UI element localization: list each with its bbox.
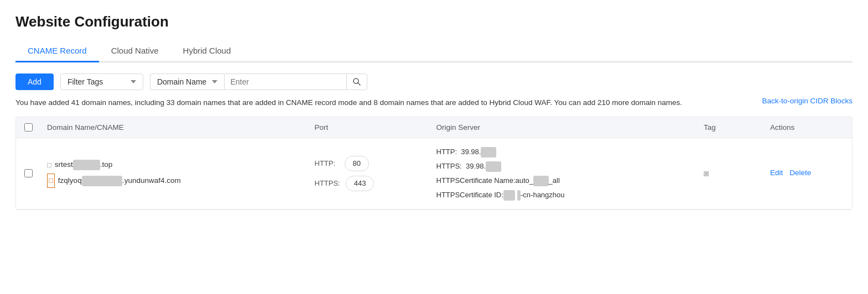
tab-hybrid-cloud[interactable]: Hybrid Cloud <box>171 40 243 62</box>
th-tag: Tag <box>697 123 763 132</box>
page-title: Website Configuration <box>15 13 853 30</box>
add-button[interactable]: Add <box>15 74 54 90</box>
tab-bar: CNAME Record Cloud Native Hybrid Cloud <box>15 40 853 62</box>
tab-cname-record[interactable]: CNAME Record <box>15 40 99 62</box>
http-port-row: HTTP: 80 <box>315 156 423 171</box>
back-to-origin-link[interactable]: Back-to-origin CIDR Blocks <box>762 97 853 105</box>
cname-blurred <box>82 176 122 186</box>
select-all-checkbox[interactable] <box>24 123 33 132</box>
search-input[interactable] <box>225 74 346 90</box>
row-tag-cell: ◙ <box>697 166 763 181</box>
https-port-label: HTTPS: <box>315 177 340 190</box>
filter-tags-label: Filter Tags <box>67 77 103 86</box>
domain-blurred <box>73 160 100 170</box>
row-checkbox[interactable] <box>24 169 33 177</box>
th-port: Port <box>308 123 430 132</box>
info-bar: You have added 41 domain names, includin… <box>15 97 853 109</box>
svg-line-1 <box>358 83 360 85</box>
domain-name-dropdown[interactable]: Domain Name <box>150 74 224 90</box>
domain-table: Domain Name/CNAME Port Origin Server Tag… <box>15 117 853 210</box>
search-icon <box>352 77 361 86</box>
origin-values: HTTP: 39.98. HTTPS: 39.98. HTTPSCertific… <box>436 146 691 201</box>
cert-id-blurred1 <box>503 190 515 201</box>
domain-search-group: Domain Name <box>150 74 367 90</box>
table-row: □ srtest .top □ fzqlyoq .yundunwaf4.com <box>16 138 852 209</box>
domain-page-icon: □ <box>47 159 51 171</box>
https-port-badge: 443 <box>346 176 375 191</box>
delete-link[interactable]: Delete <box>789 167 811 180</box>
http-port-label: HTTP: <box>315 158 339 170</box>
cname-row: □ fzqlyoq .yundunwaf4.com <box>47 174 302 188</box>
row-checkbox-cell <box>16 169 40 177</box>
row-domain-cell: □ srtest .top □ fzqlyoq .yundunwaf4.com <box>40 159 308 188</box>
cert-name-row: HTTPSCertificate Name:auto_ _all <box>436 175 691 187</box>
th-actions: Actions <box>763 123 852 132</box>
tab-cloud-native[interactable]: Cloud Native <box>99 40 171 62</box>
http-port-badge: 80 <box>345 156 369 171</box>
origin-http-row: HTTP: 39.98. <box>436 146 691 158</box>
origin-http-blurred <box>481 147 496 158</box>
table-header: Domain Name/CNAME Port Origin Server Tag… <box>16 117 852 138</box>
cert-name-blurred <box>533 176 549 186</box>
tag-icon: ◙ <box>704 166 709 181</box>
row-port-cell: HTTP: 80 HTTPS: 443 <box>308 156 430 191</box>
filter-tags-dropdown[interactable]: Filter Tags <box>60 74 143 90</box>
domain-name-label: Domain Name <box>157 77 206 86</box>
th-origin: Origin Server <box>430 123 698 132</box>
th-checkbox <box>16 123 40 132</box>
edit-link[interactable]: Edit <box>770 167 783 180</box>
cname-icon: □ <box>47 174 55 188</box>
search-button[interactable] <box>346 74 367 90</box>
domain-name-row: □ srtest .top <box>47 159 302 171</box>
origin-https-label: HTTPS: <box>436 162 462 170</box>
origin-https-blurred <box>486 161 501 172</box>
th-domain: Domain Name/CNAME <box>40 123 308 132</box>
row-origin-cell: HTTP: 39.98. HTTPS: 39.98. HTTPSCertific… <box>430 146 698 201</box>
port-values: HTTP: 80 HTTPS: 443 <box>315 156 423 191</box>
https-port-row: HTTPS: 443 <box>315 176 423 191</box>
info-text: You have added 41 domain names, includin… <box>15 97 682 109</box>
domain-name-chevron-icon <box>212 80 217 83</box>
domain-name-text: srtest .top <box>55 159 112 171</box>
domain-name-cname: □ srtest .top □ fzqlyoq .yundunwaf4.com <box>47 159 302 188</box>
cname-text: fzqlyoq .yundunwaf4.com <box>58 175 181 187</box>
row-actions-cell: Edit Delete <box>763 167 852 180</box>
filter-tags-chevron-icon <box>131 80 136 83</box>
search-input-wrap <box>224 74 367 90</box>
origin-https-row: HTTPS: 39.98. <box>436 160 691 172</box>
cert-id-row: HTTPSCertificate ID: -cn-hangzhou <box>436 189 691 201</box>
origin-http-label: HTTP: <box>436 148 458 156</box>
toolbar: Add Filter Tags Domain Name <box>15 74 853 90</box>
